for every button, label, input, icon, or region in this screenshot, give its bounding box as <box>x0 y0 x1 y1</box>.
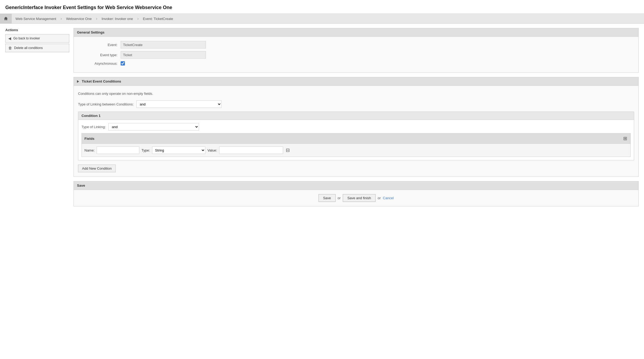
breadcrumb: Web Service Management › Webservice One … <box>0 14 644 24</box>
main-content: General Settings Event: Event type: Asyn… <box>74 28 639 211</box>
ticket-event-conditions-header: Ticket Event Conditions <box>74 77 638 86</box>
or-text-1: or <box>338 196 341 200</box>
breadcrumb-item-webservice-one[interactable]: Webservice One <box>62 14 95 23</box>
save-section-header: Save <box>74 181 638 190</box>
event-type-input[interactable] <box>121 51 206 59</box>
fields-title: Fields <box>84 137 95 141</box>
field-type-label: Type: <box>141 148 150 152</box>
general-settings-section: General Settings Event: Event type: Asyn… <box>74 28 639 73</box>
ticket-event-conditions-section: Ticket Event Conditions Conditions can o… <box>74 77 639 177</box>
event-type-row: Event type: <box>78 51 634 59</box>
event-row: Event: <box>78 41 634 48</box>
ticket-event-conditions-title: Ticket Event Conditions <box>82 79 121 83</box>
breadcrumb-home[interactable] <box>0 14 12 23</box>
condition-1-linking-label: Type of Linking: <box>81 125 106 129</box>
field-type-select[interactable]: String Regexp Transition Validation Modu… <box>152 146 205 154</box>
ticket-event-conditions-body: Conditions can only operate on non-empty… <box>74 86 638 177</box>
general-settings-body: Event: Event type: Asynchronous: <box>74 37 638 72</box>
breadcrumb-item-web-service-management[interactable]: Web Service Management <box>12 14 60 23</box>
save-button[interactable]: Save <box>319 194 336 202</box>
event-label: Event: <box>78 43 121 47</box>
general-settings-title: General Settings <box>77 30 104 34</box>
triangle-icon <box>77 80 79 83</box>
field-row-1: Name: Type: String Regexp Transition Val… <box>84 146 628 154</box>
trash-icon: 🗑 <box>8 46 12 50</box>
condition-1-body: Type of Linking: and or Fields ⊞ <box>78 120 634 160</box>
fields-box: Fields ⊞ Name: Type: <box>81 133 631 157</box>
condition-1-linking-row: Type of Linking: and or <box>81 123 631 130</box>
event-input[interactable] <box>121 41 206 48</box>
asynchronous-checkbox[interactable] <box>121 61 125 66</box>
fields-body: Name: Type: String Regexp Transition Val… <box>82 144 630 157</box>
field-name-label: Name: <box>84 148 95 152</box>
remove-field-button[interactable]: ⊟ <box>285 147 290 154</box>
conditions-note: Conditions can only operate on non-empty… <box>78 90 634 97</box>
breadcrumb-sep-1: › <box>60 16 62 21</box>
home-icon <box>4 17 8 21</box>
back-icon: ◀ <box>8 36 11 40</box>
linking-between-label: Type of Linking between Conditions: <box>78 102 134 106</box>
go-back-label: Go back to invoker <box>13 36 40 40</box>
linking-between-conditions-row: Type of Linking between Conditions: and … <box>78 100 634 108</box>
field-value-input[interactable] <box>219 146 283 154</box>
plus-icon: ⊞ <box>623 136 627 141</box>
minus-icon: ⊟ <box>286 148 290 153</box>
condition-1-linking-select[interactable]: and or <box>108 123 199 130</box>
save-section: Save Save or Save and finish or Cancel <box>74 181 639 206</box>
fields-header: Fields ⊞ <box>82 133 630 144</box>
save-section-body: Save or Save and finish or Cancel <box>74 190 638 206</box>
asynchronous-row: Asynchronous: <box>78 61 634 66</box>
breadcrumb-item-invoker-one[interactable]: Invoker: Invoker one <box>98 14 137 23</box>
condition-1-header: Condition 1 <box>78 112 634 120</box>
add-condition-label: Add New Condition <box>82 166 112 170</box>
breadcrumb-item-event-ticketcreate: Event: TicketCreate <box>139 14 177 23</box>
breadcrumb-sep-2: › <box>95 16 98 21</box>
field-name-input[interactable] <box>97 146 139 154</box>
add-new-condition-button[interactable]: Add New Condition <box>78 165 116 172</box>
event-type-label: Event type: <box>78 53 121 57</box>
sidebar-title: Actions <box>5 28 69 32</box>
add-field-button[interactable]: ⊞ <box>623 135 628 142</box>
cancel-link[interactable]: Cancel <box>383 196 394 200</box>
breadcrumb-sep-3: › <box>137 16 139 21</box>
or-text-2: or <box>378 196 381 200</box>
condition-box-1: Condition 1 Type of Linking: and or <box>78 112 634 160</box>
general-settings-header: General Settings <box>74 28 638 37</box>
asynchronous-label: Asynchronous: <box>78 62 121 66</box>
save-finish-button[interactable]: Save and finish <box>343 194 376 202</box>
delete-conditions-label: Delete all conditions <box>14 46 43 50</box>
delete-conditions-button[interactable]: 🗑 Delete all conditions <box>5 44 69 52</box>
field-value-label: Value: <box>207 148 217 152</box>
go-back-button[interactable]: ◀ Go back to invoker <box>5 34 69 43</box>
condition-1-title: Condition 1 <box>81 114 101 118</box>
sidebar: Actions ◀ Go back to invoker 🗑 Delete al… <box>5 28 69 211</box>
linking-between-select[interactable]: and or <box>136 100 222 108</box>
page-title: GenericInterface Invoker Event Settings … <box>0 0 644 14</box>
